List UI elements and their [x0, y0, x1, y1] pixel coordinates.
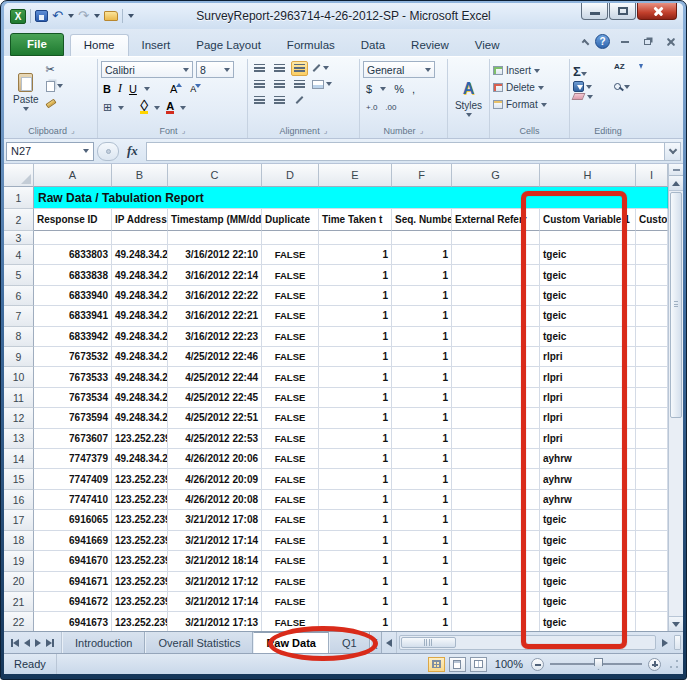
tab-formulas[interactable]: Formulas [274, 35, 348, 56]
row-number[interactable]: 18 [4, 531, 34, 551]
sheet-tab-q1[interactable]: Q1 [329, 632, 370, 653]
font-size-select[interactable]: 8 [196, 61, 234, 78]
cell-custom-variable-2[interactable] [636, 265, 668, 285]
cell-timestamp[interactable]: 3/21/2012 17:08 [168, 510, 262, 530]
customize-qat-icon[interactable] [128, 14, 134, 18]
cell-duplicate[interactable]: FALSE [262, 388, 319, 408]
dialog-launcher-icon[interactable]: ⌟ [324, 127, 328, 135]
cell-custom-variable-2[interactable] [636, 551, 668, 571]
row-number[interactable]: 10 [4, 367, 34, 387]
find-select-button[interactable] [614, 81, 643, 92]
workbook-restore-icon[interactable] [639, 35, 656, 49]
column-header-b[interactable]: B [112, 164, 168, 187]
fill-color-button[interactable]: ◊ [140, 101, 148, 114]
cell-response-id[interactable]: 7673533 [34, 367, 112, 387]
redo-icon[interactable]: ↷ [78, 10, 89, 22]
cell-time-taken[interactable]: 1 [319, 265, 392, 285]
merge-center-button[interactable] [311, 77, 333, 92]
cell-response-id[interactable]: 6833941 [34, 306, 112, 326]
cell-duplicate[interactable]: FALSE [262, 572, 319, 592]
cell-custom-variable-2[interactable] [636, 592, 668, 612]
dialog-launcher-icon[interactable]: ⌟ [182, 127, 186, 135]
cell-ip-address[interactable]: 123.252.239.3 [112, 551, 168, 571]
cell-time-taken[interactable]: 1 [319, 531, 392, 551]
format-cells-button[interactable]: Format [493, 96, 566, 113]
cell-custom-variable-2[interactable] [636, 388, 668, 408]
cell-timestamp[interactable]: 4/26/2012 20:08 [168, 490, 262, 510]
cell-time-taken[interactable]: 1 [319, 469, 392, 489]
cell-custom-variable-1[interactable]: tgeic [540, 306, 636, 326]
zoom-level[interactable]: 100% [491, 658, 527, 670]
align-right-button[interactable] [291, 77, 308, 92]
cell-response-id[interactable]: 7673607 [34, 429, 112, 449]
cell-response-id[interactable]: 6941671 [34, 572, 112, 592]
tab-data[interactable]: Data [348, 35, 398, 56]
help-icon[interactable]: ? [595, 34, 610, 49]
minimize-button[interactable] [581, 3, 608, 20]
cell-custom-variable-1[interactable]: tgeic [540, 245, 636, 265]
workbook-minimize-icon[interactable] [616, 35, 633, 49]
cell-custom-variable-2[interactable] [636, 245, 668, 265]
cell-time-taken[interactable]: 1 [319, 551, 392, 571]
cell-custom-variable-1[interactable]: tgeic [540, 265, 636, 285]
cell-time-taken[interactable]: 1 [319, 490, 392, 510]
column-header-a[interactable]: A [34, 164, 112, 187]
cell-custom-variable-2[interactable] [636, 408, 668, 428]
cell-time-taken[interactable]: 1 [319, 327, 392, 347]
row-number[interactable]: 14 [4, 449, 34, 469]
row-number[interactable]: 7 [4, 306, 34, 326]
cell-time-taken[interactable]: 1 [319, 347, 392, 367]
delete-cells-button[interactable]: Delete [493, 79, 566, 96]
cell-custom-variable-1[interactable]: tgeic [540, 286, 636, 306]
cell-time-taken[interactable]: 1 [319, 510, 392, 530]
cell-custom-variable-1[interactable]: ayhrw [540, 490, 636, 510]
shrink-font-button[interactable]: A [190, 84, 196, 94]
cell-duplicate[interactable]: FALSE [262, 612, 319, 631]
cell-custom-variable-2[interactable] [636, 286, 668, 306]
cell-timestamp[interactable]: 3/16/2012 22:23 [168, 327, 262, 347]
row-number[interactable]: 13 [4, 429, 34, 449]
column-header-d[interactable]: D [262, 164, 319, 187]
cell-custom-variable-1[interactable]: tgeic [540, 551, 636, 571]
redo-dropdown-icon[interactable] [94, 14, 100, 18]
row-number[interactable]: 6 [4, 286, 34, 306]
cell-external-referrer[interactable] [452, 265, 540, 285]
cell-custom-variable-2[interactable] [636, 449, 668, 469]
cell-ip-address[interactable]: 123.252.239.3 [112, 592, 168, 612]
tab-insert[interactable]: Insert [129, 35, 184, 56]
styles-button[interactable]: A Styles [451, 60, 486, 137]
previous-sheet-icon[interactable] [24, 639, 30, 647]
cell-ip-address[interactable]: 123.252.239.3 [112, 429, 168, 449]
paste-dropdown-icon[interactable] [23, 107, 29, 111]
page-break-view-button[interactable] [470, 657, 487, 672]
row-number[interactable]: 1 [4, 187, 34, 209]
row-number[interactable]: 19 [4, 551, 34, 571]
increase-indent-button[interactable] [271, 93, 288, 108]
cell-response-id[interactable]: 6916065 [34, 510, 112, 530]
cell-custom-variable-1[interactable]: rlpri [540, 429, 636, 449]
cell-custom-variable-1[interactable]: ayhrw [540, 469, 636, 489]
cell-seq-number[interactable]: 1 [392, 510, 452, 530]
cell-time-taken[interactable]: 1 [319, 429, 392, 449]
copy-button[interactable] [46, 79, 63, 93]
cell-seq-number[interactable]: 1 [392, 612, 452, 631]
cell-ip-address[interactable]: 49.248.34.202 [112, 306, 168, 326]
cell-time-taken[interactable]: 1 [319, 286, 392, 306]
cell-external-referrer[interactable] [452, 245, 540, 265]
cell-seq-number[interactable]: 1 [392, 449, 452, 469]
column-header-e[interactable]: E [319, 164, 392, 187]
cell-ip-address[interactable]: 49.248.34.202 [112, 286, 168, 306]
cell-response-id[interactable]: 7673534 [34, 388, 112, 408]
header-timestamp[interactable]: Timestamp (MM/dd [168, 209, 262, 231]
cell-timestamp[interactable]: 3/21/2012 17:12 [168, 572, 262, 592]
cell-duplicate[interactable]: FALSE [262, 367, 319, 387]
cell-timestamp[interactable]: 4/25/2012 22:44 [168, 367, 262, 387]
cell-external-referrer[interactable] [452, 510, 540, 530]
zoom-out-button[interactable] [531, 658, 544, 671]
cell-time-taken[interactable]: 1 [319, 592, 392, 612]
cell-time-taken[interactable]: 1 [319, 449, 392, 469]
cell-response-id[interactable]: 7673594 [34, 408, 112, 428]
grow-font-button[interactable]: A [170, 83, 177, 95]
cell-external-referrer[interactable] [452, 469, 540, 489]
cell-ip-address[interactable]: 49.248.34.202 [112, 449, 168, 469]
